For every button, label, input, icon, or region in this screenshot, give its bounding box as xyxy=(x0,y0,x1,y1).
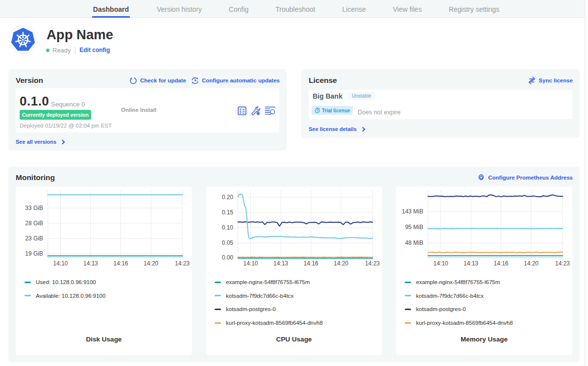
svg-text:14:23: 14:23 xyxy=(555,260,570,267)
svg-text:14:20: 14:20 xyxy=(144,260,158,267)
svg-text:95 MiB: 95 MiB xyxy=(405,224,423,231)
svg-text:0.05: 0.05 xyxy=(222,239,234,246)
svg-text:19 GiB: 19 GiB xyxy=(25,250,43,257)
svg-text:28 GiB: 28 GiB xyxy=(25,220,43,227)
svg-text:14:20: 14:20 xyxy=(334,260,348,267)
svg-text:14:10: 14:10 xyxy=(243,260,258,267)
svg-text:0.20: 0.20 xyxy=(222,194,234,201)
svg-text:14:16: 14:16 xyxy=(493,260,508,267)
svg-text:14:10: 14:10 xyxy=(53,260,68,267)
svg-text:14:16: 14:16 xyxy=(303,260,318,267)
svg-text:143 MiB: 143 MiB xyxy=(402,208,423,215)
svg-text:33 GiB: 33 GiB xyxy=(25,205,43,211)
svg-text:14:10: 14:10 xyxy=(433,260,448,267)
svg-text:14:13: 14:13 xyxy=(83,260,98,267)
svg-text:14:20: 14:20 xyxy=(524,260,539,267)
svg-text:0.00: 0.00 xyxy=(222,254,234,261)
svg-text:48 MiB: 48 MiB xyxy=(405,239,423,246)
svg-text:14:23: 14:23 xyxy=(175,260,190,267)
svg-text:14:13: 14:13 xyxy=(273,260,288,267)
svg-text:0.10: 0.10 xyxy=(222,224,234,231)
svg-text:14:23: 14:23 xyxy=(365,260,380,267)
svg-text:14:16: 14:16 xyxy=(113,260,128,267)
svg-text:14:13: 14:13 xyxy=(464,260,478,267)
svg-text:23 GiB: 23 GiB xyxy=(25,235,43,242)
svg-text:0.15: 0.15 xyxy=(222,209,234,216)
